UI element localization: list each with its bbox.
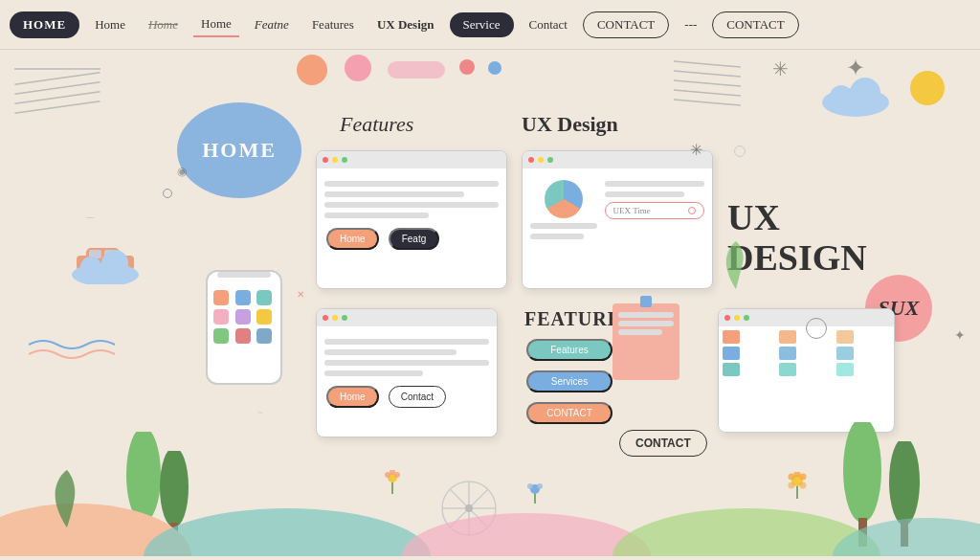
nav-service-pill[interactable]: Service [450, 12, 514, 37]
browser-3-content: Home Contact [317, 326, 497, 417]
app-icon-2 [235, 290, 251, 305]
browser-1-content: Home Featg [317, 168, 506, 259]
flower-1 [383, 470, 402, 498]
note-line-2 [618, 321, 674, 326]
nav-contact-text[interactable]: Contact [522, 13, 575, 36]
nav-home-dark-pill[interactable]: HOME [10, 11, 79, 38]
app-icon-9 [256, 328, 272, 344]
navbar: HOME Home Home Home Featne Features UX D… [0, 0, 980, 50]
svg-point-35 [144, 508, 431, 556]
browser-mockup-2: UEX Time [522, 150, 713, 289]
browser-mockup-1: Home Featg [316, 150, 507, 289]
svg-point-7 [830, 85, 853, 108]
browser-3-line-4 [324, 370, 423, 376]
browser-4-dot-red [724, 315, 730, 321]
svg-point-47 [537, 483, 543, 489]
browser-1-home-button[interactable]: Home [326, 228, 379, 250]
svg-point-18 [80, 257, 101, 278]
browser-2-content: UEX Time [523, 168, 712, 252]
browser-1-line-4 [324, 213, 429, 218]
features-label: Features [340, 112, 413, 137]
app-icon-3 [256, 290, 272, 305]
canvas: ✳ ✦ HOME Features UX Design [0, 50, 980, 560]
svg-point-54 [800, 482, 807, 489]
cloud-decoration-top [817, 74, 894, 121]
svg-point-19 [101, 250, 128, 277]
input-placeholder-text: UEX Time [613, 206, 651, 215]
svg-point-50 [789, 474, 795, 481]
browser-2-line-4 [605, 191, 685, 197]
app-icon-8 [235, 328, 251, 344]
svg-point-51 [800, 474, 807, 481]
note-line-3 [618, 329, 662, 335]
app-icon-7 [213, 328, 229, 344]
browser-1-dot-red [323, 157, 328, 163]
swatch-8 [779, 363, 796, 376]
browser-3-contact-button[interactable]: Contact [389, 386, 446, 408]
contact-standalone-button[interactable]: CONTACT [619, 430, 707, 457]
nav-home-striked[interactable]: Home [141, 13, 186, 36]
home-circle: HOME [177, 102, 301, 198]
browser-2-input[interactable]: UEX Time [605, 202, 704, 219]
sun-decoration [903, 64, 951, 116]
nav-ux-design[interactable]: UX Design [369, 13, 442, 36]
browser-3-line-3 [324, 360, 489, 366]
swatch-2 [779, 330, 796, 344]
browser-4-dot-yellow [734, 315, 740, 321]
circle-outline-small-2 [806, 318, 827, 339]
circle-outline-small-1 [163, 189, 172, 198]
asterisk-decoration-3: ✳ [690, 141, 702, 159]
browser-2-dot-green [547, 157, 553, 163]
squiggle-decoration: ~ [258, 409, 262, 417]
features-button[interactable]: Features [526, 339, 612, 361]
swatch-1 [723, 330, 740, 344]
nav-separator: --- [677, 13, 704, 36]
home-circle-label: HOME [202, 138, 277, 163]
browser-mockup-3: Home Contact [316, 308, 498, 437]
app-icon-1 [213, 290, 229, 305]
ux-design-label: UX Design [522, 112, 618, 137]
browser-1-line-2 [324, 191, 464, 197]
ux-big-line1: UX [727, 198, 867, 238]
nav-contact-outline-1[interactable]: CONTACT [583, 11, 669, 38]
svg-point-38 [833, 518, 980, 556]
nav-features[interactable]: Features [304, 13, 362, 36]
x-mark-decoration: ✕ [297, 289, 304, 300]
pie-chart [545, 180, 583, 218]
browser-1-feature-button[interactable]: Featg [389, 228, 440, 250]
browser-3-line-2 [324, 349, 457, 355]
browser-3-line-1 [324, 339, 489, 345]
svg-point-41 [385, 472, 390, 478]
phone-mockup [206, 270, 282, 385]
color-swatches-grid [719, 326, 894, 380]
dash-decoration: — [86, 213, 94, 221]
browser-1-dot-yellow [332, 157, 338, 163]
browser-1-dot-green [342, 157, 347, 163]
nav-featne[interactable]: Featne [247, 13, 297, 36]
leaf-decoration-1 [48, 470, 86, 531]
browser-1-line-3 [324, 202, 499, 208]
cloud-decoration-left [67, 241, 144, 288]
search-dot-icon [688, 207, 696, 214]
nav-home-underline[interactable]: Home [193, 12, 239, 37]
nav-contact-outline-2[interactable]: CONTACT [712, 11, 798, 38]
asterisk-decoration-4: ✦ [954, 327, 966, 344]
circle-outline-small-3 [734, 146, 746, 157]
nav-home-2[interactable]: Home [87, 13, 133, 36]
svg-line-59 [674, 100, 741, 105]
browser-1-line-1 [324, 181, 499, 187]
asterisk-decoration-1: ✳ [772, 57, 789, 80]
svg-line-2 [14, 82, 100, 95]
svg-line-55 [674, 61, 741, 67]
contact-button-features[interactable]: CONTACT [526, 402, 612, 424]
features-label-text: Features [340, 112, 413, 136]
svg-point-53 [789, 482, 795, 489]
browser-3-home-button[interactable]: Home [326, 386, 379, 408]
browser-1-titlebar [317, 151, 506, 168]
browser-3-dot-green [342, 315, 347, 321]
wavy-lines [29, 337, 115, 370]
services-button[interactable]: Services [526, 370, 612, 392]
diagonal-lines-right [674, 59, 741, 111]
note-line-1 [618, 312, 674, 318]
svg-point-5 [910, 71, 945, 105]
